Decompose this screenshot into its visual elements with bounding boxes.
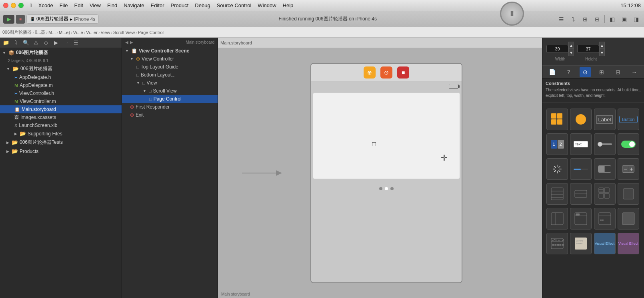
breadcrumb-item[interactable]: 006图片轮播器 (2, 29, 32, 35)
menu-window[interactable]: Window (258, 2, 276, 8)
nav-breakpoint-icon[interactable]: → (62, 38, 70, 47)
file-appdelegate-m[interactable]: M AppDelegate.m (0, 81, 122, 89)
menu-xcode[interactable]: Xcode (38, 2, 53, 8)
bottom-layout-row[interactable]: □ Bottom Layout... (122, 71, 218, 79)
canvas-area[interactable]: Main.storyboard ⊕ ⊙ (218, 38, 542, 298)
width-input[interactable] (546, 45, 568, 53)
widget-text-field[interactable]: Text (570, 133, 592, 155)
menu-find[interactable]: Find (107, 2, 117, 8)
identity-inspector-tab[interactable]: ⊙ (580, 67, 591, 77)
file-inspector-tab[interactable]: 📄 (547, 67, 558, 77)
widget-label[interactable]: Label (594, 109, 616, 130)
width-decrement[interactable]: ▼ (568, 49, 574, 56)
menu-product[interactable]: Product (171, 2, 189, 8)
scheme-selector[interactable]: 📱 006图片轮播器 ▸ iPhone 4s (26, 14, 99, 24)
height-increment[interactable]: ▲ (599, 42, 605, 49)
widget-visual-effect-blur[interactable]: Visual Effect (618, 233, 639, 254)
nav-folder-icon[interactable]: 📁 (2, 38, 10, 47)
file-viewcontroller-h[interactable]: H ViewController.h (0, 89, 122, 97)
height-decrement[interactable]: ▼ (599, 49, 605, 56)
breadcrumb-item[interactable]: Vi...er (86, 30, 98, 35)
first-responder-row[interactable]: ⊕ First Responder (122, 103, 218, 111)
minimize-button[interactable] (11, 3, 16, 8)
nav-issue-icon[interactable]: ⚠ (32, 38, 40, 47)
menu-edit[interactable]: Edit (74, 2, 83, 8)
view-controller-row[interactable]: ▼ ⊕ View Controller (122, 55, 218, 63)
menu-navigate[interactable]: Navigate (124, 2, 144, 8)
menu-debug[interactable]: Debug (195, 2, 210, 8)
breadcrumb-item[interactable]: 0...器 (35, 29, 45, 35)
menu-source-control[interactable]: Source Control (217, 2, 252, 8)
widget-tab-controller[interactable] (618, 208, 639, 230)
breadcrumb-item[interactable]: Vi...e (73, 30, 83, 35)
iphone-scroll-area[interactable]: ✛ (313, 93, 460, 179)
widget-table-view[interactable] (546, 183, 568, 205)
stop-button[interactable]: ■ (16, 15, 25, 24)
nav-vcs-icon[interactable]: ⤵ (12, 38, 20, 47)
project-root[interactable]: ▼ 📦 006图片轮播器 (0, 48, 122, 57)
widget-collection-cell[interactable] (618, 183, 639, 205)
pause-button[interactable]: ⏸ (500, 2, 524, 26)
close-button[interactable] (3, 3, 8, 8)
main-group-folder[interactable]: ▼ 📂 006图片轮播器 (0, 64, 122, 73)
height-input[interactable] (577, 45, 599, 53)
vc-scene-row[interactable]: ▼ 📋 View Controller Scene (122, 47, 218, 55)
height-stepper[interactable]: ▲ ▼ (577, 42, 605, 56)
widget-circle-icon[interactable] (570, 109, 592, 130)
nav-report-icon[interactable]: ☰ (72, 38, 80, 47)
right-panel-toggle[interactable]: ◨ (631, 15, 641, 24)
page-control-row[interactable]: □ Page Control (122, 95, 218, 103)
scroll-view-row[interactable]: ▼ □ Scroll View (122, 87, 218, 95)
file-viewcontroller-m[interactable]: M ViewController.m (0, 97, 122, 105)
breadcrumb-item[interactable]: Page Control (138, 30, 164, 35)
run-button[interactable]: ▶ (3, 15, 14, 24)
widget-nav-controller[interactable] (570, 208, 592, 230)
width-increment[interactable]: ▲ (568, 42, 574, 49)
widget-grid-icon[interactable] (546, 109, 568, 130)
menu-view[interactable]: View (90, 2, 101, 8)
breadcrumb-item[interactable]: M...e) (59, 30, 70, 35)
widget-number-picker[interactable]: 1 2 (546, 133, 568, 155)
widget-progress-view[interactable] (570, 158, 592, 180)
jump-bar-button[interactable]: ⤵ (568, 15, 578, 24)
widget-button[interactable]: Button (618, 109, 639, 130)
nav-toggle-button[interactable]: ☰ (556, 15, 566, 24)
top-layout-guide-row[interactable]: □ Top Layout Guide (122, 63, 218, 71)
width-stepper[interactable]: ▲ ▼ (546, 42, 574, 56)
widget-segmented-control[interactable] (594, 158, 616, 180)
widget-datepicker[interactable]: JAN 1 - 2013 ▦▦▦▦▦ (546, 233, 568, 254)
bottom-panel-toggle[interactable]: ▣ (619, 15, 629, 24)
breadcrumb-item[interactable]: Scroll View (113, 30, 135, 35)
widget-page-controller[interactable]: ≡≡ (594, 208, 616, 230)
maximize-button[interactable] (18, 3, 24, 8)
supporting-files-folder[interactable]: ▶ 📂 Supporting Files (0, 129, 122, 138)
nav-debug-icon[interactable]: ▶ (52, 38, 60, 47)
left-panel-toggle[interactable]: ◧ (607, 15, 617, 24)
assistant-button[interactable]: ⊞ (580, 15, 590, 24)
apple-menu[interactable]:  (30, 2, 32, 8)
file-main-storyboard[interactable]: 📋 Main.storyboard (0, 105, 122, 113)
widget-stepper[interactable]: − + (618, 158, 639, 180)
widget-visual-effect-view[interactable]: Visual Effect (594, 233, 616, 254)
file-launchscreen-xib[interactable]: X LaunchScreen.xib (0, 121, 122, 129)
page-control-area[interactable] (311, 181, 462, 197)
connections-tab[interactable]: → (629, 67, 640, 77)
products-folder[interactable]: ▶ 📂 Products (0, 147, 122, 155)
file-appdelegate-h[interactable]: H AppDelegate.h (0, 73, 122, 81)
widget-toggle[interactable] (618, 133, 639, 155)
widget-activity-indicator[interactable] (546, 158, 568, 180)
nav-search-icon[interactable]: 🔍 (22, 38, 30, 47)
widget-collection-view[interactable] (594, 183, 616, 205)
file-images-xcassets[interactable]: 🖼 Images.xcassets (0, 113, 122, 121)
widget-slider[interactable] (594, 133, 616, 155)
version-button[interactable]: ⊟ (592, 15, 602, 24)
widget-split-view[interactable] (546, 208, 568, 230)
menu-editor[interactable]: Editor (151, 2, 164, 8)
menu-help[interactable]: Help (283, 2, 294, 8)
breadcrumb-item[interactable]: View (101, 30, 110, 35)
view-row[interactable]: ▼ □ View (122, 79, 218, 87)
tests-folder[interactable]: ▶ 📂 006图片轮播器Tests (0, 138, 122, 147)
widget-loremipsum[interactable]: Lorem ipsum (570, 233, 592, 254)
widget-table-view-cell[interactable] (570, 183, 592, 205)
quick-help-tab[interactable]: ? (563, 67, 574, 77)
